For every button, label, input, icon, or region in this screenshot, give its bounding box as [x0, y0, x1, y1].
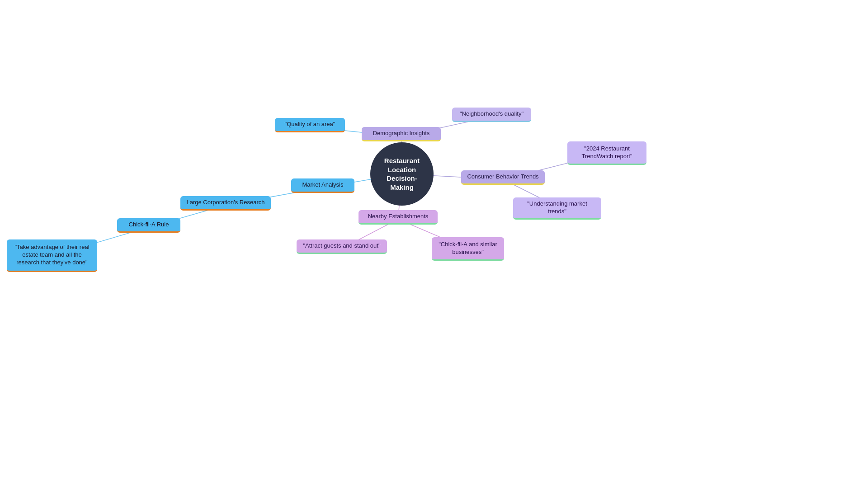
chick-fil-a-rule[interactable]: Chick-fil-A Rule	[117, 218, 180, 233]
quality-area[interactable]: "Quality of an area"	[275, 118, 345, 132]
understanding-market[interactable]: "Understanding market trends"	[513, 197, 601, 220]
demographic-insights[interactable]: Demographic Insights	[362, 127, 441, 141]
center-node[interactable]: Restaurant Location Decision-Making	[370, 142, 434, 206]
neighborhoods-quality[interactable]: "Neighborhood's quality"	[452, 108, 531, 122]
nearby-establishments[interactable]: Nearby Establishments	[359, 210, 438, 225]
take-advantage[interactable]: "Take advantage of their real estate tea…	[7, 239, 97, 272]
consumer-behavior[interactable]: Consumer Behavior Trends	[461, 170, 545, 185]
attract-guests[interactable]: "Attract guests and stand out"	[297, 239, 387, 254]
market-analysis[interactable]: Market Analysis	[291, 178, 354, 193]
chick-fil-a-similar[interactable]: "Chick-fil-A and similar businesses"	[432, 237, 504, 261]
large-corp-research[interactable]: Large Corporation's Research	[180, 196, 271, 211]
trendwatch[interactable]: "2024 Restaurant TrendWatch report"	[567, 141, 646, 165]
